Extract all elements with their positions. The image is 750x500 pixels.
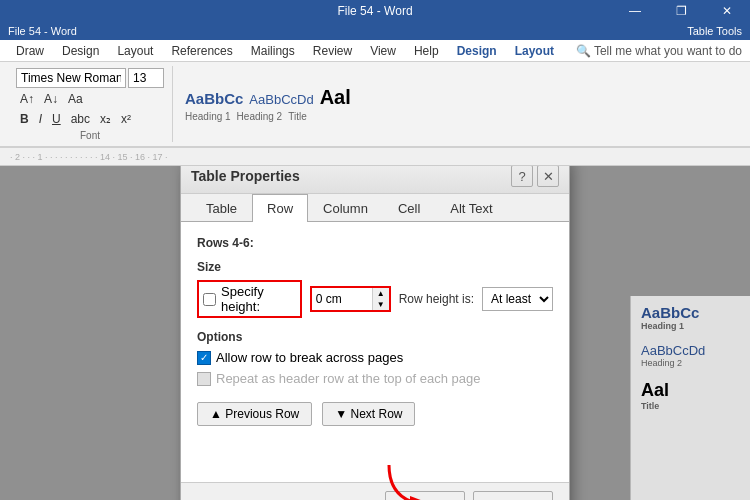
ok-button[interactable]: OK	[385, 491, 465, 500]
title-name: Title	[288, 111, 307, 122]
title-bar-controls: — ❐ ✕	[612, 0, 750, 22]
ribbon-font-section: A↑ A↓ Aa B I U abc x₂ x² Font	[8, 66, 173, 142]
restore-button[interactable]: ❐	[658, 0, 704, 22]
ruler: · 2 · · · 1 · · · · · · · · · · · 14 · 1…	[0, 148, 750, 166]
size-row: Specify height: ▲ ▼ Row height is: At le…	[197, 280, 553, 318]
dialog-titlebar: Table Properties ? ✕	[181, 166, 569, 194]
subscript-btn[interactable]: x₂	[96, 110, 115, 128]
bold-btn[interactable]: B	[16, 110, 33, 128]
dialog-help-button[interactable]: ?	[511, 166, 533, 187]
heading1-preview[interactable]: AaBbCc	[185, 90, 243, 107]
spin-buttons: ▲ ▼	[372, 288, 389, 310]
tab-table[interactable]: Table	[191, 194, 252, 222]
options-label: Options	[197, 330, 553, 344]
at-least-select[interactable]: At least	[482, 287, 553, 311]
menu-design-tools[interactable]: Design	[449, 42, 505, 60]
size-label: Size	[197, 260, 553, 274]
superscript-btn[interactable]: x²	[117, 110, 135, 128]
cancel-button[interactable]: Cancel	[473, 491, 553, 500]
table-tools-label: Table Tools	[687, 25, 742, 37]
ribbon: A↑ A↓ Aa B I U abc x₂ x² Font AaBbCc AaB…	[0, 62, 750, 148]
height-input[interactable]	[312, 288, 372, 310]
allow-break-row: ✓ Allow row to break across pages	[197, 350, 553, 365]
tell-me[interactable]: 🔍 Tell me what you want to do	[576, 44, 742, 58]
heading2-preview[interactable]: AaBbCcDd	[249, 92, 313, 107]
menu-help[interactable]: Help	[406, 42, 447, 60]
ruler-marks: · 2 · · · 1 · · · · · · · · · · · 14 · 1…	[10, 152, 168, 162]
tab-alt-text[interactable]: Alt Text	[435, 194, 507, 222]
title-preview[interactable]: Aal	[320, 86, 351, 109]
dialog-content: Rows 4-6: Size Specify height: ▲ ▼	[181, 222, 569, 482]
italic-btn[interactable]: I	[35, 110, 46, 128]
ribbon-styles-section: AaBbCc AaBbCcDd Aal Heading 1 Heading 2 …	[177, 66, 359, 142]
file-label: File 54 - Word	[8, 25, 77, 37]
font-size-input[interactable]	[128, 68, 164, 88]
menu-references[interactable]: References	[163, 42, 240, 60]
menu-draw[interactable]: Draw	[8, 42, 52, 60]
minimize-button[interactable]: —	[612, 0, 658, 22]
menu-view[interactable]: View	[362, 42, 404, 60]
font-size-controls: A↑ A↓ Aa	[16, 90, 87, 108]
specify-height-highlight: Specify height:	[197, 280, 302, 318]
menu-layout[interactable]: Layout	[109, 42, 161, 60]
dialog-tabs: Table Row Column Cell Alt Text	[181, 194, 569, 222]
menu-mailings[interactable]: Mailings	[243, 42, 303, 60]
title-bar: File 54 - Word — ❐ ✕	[0, 0, 750, 22]
specify-height-checkbox[interactable]	[203, 293, 216, 306]
modal-overlay: Table Properties ? ✕ Table Row Column Ce…	[0, 166, 750, 500]
strikethrough-btn[interactable]: abc	[67, 110, 94, 128]
menu-bar: Draw Design Layout References Mailings R…	[0, 40, 750, 62]
previous-row-button[interactable]: ▲ Previous Row	[197, 402, 312, 426]
next-row-button[interactable]: ▼ Next Row	[322, 402, 415, 426]
title-bar-text: File 54 - Word	[337, 4, 412, 18]
menu-design[interactable]: Design	[54, 42, 107, 60]
decrease-font-btn[interactable]: A↓	[40, 90, 62, 108]
dialog-footer: OK Cancel	[181, 482, 569, 500]
heading2-name: Heading 2	[237, 111, 283, 122]
table-tools-bar: File 54 - Word Table Tools	[0, 22, 750, 40]
tab-row[interactable]: Row	[252, 194, 308, 222]
menu-layout-tools[interactable]: Layout	[507, 42, 562, 60]
dialog-title: Table Properties	[191, 168, 300, 184]
repeat-header-label: Repeat as header row at the top of each …	[216, 371, 481, 386]
doc-area: Chỉ tiêu 2020 Tuyệt đối Doanh thu Chi ph…	[0, 166, 750, 500]
font-section-label: Font	[16, 130, 164, 141]
tab-column[interactable]: Column	[308, 194, 383, 222]
spin-down-button[interactable]: ▼	[373, 299, 389, 310]
menu-review[interactable]: Review	[305, 42, 360, 60]
height-input-wrap: ▲ ▼	[310, 286, 391, 312]
close-button[interactable]: ✕	[704, 0, 750, 22]
clear-format-btn[interactable]: Aa	[64, 90, 87, 108]
nav-row: ▲ Previous Row ▼ Next Row	[197, 402, 553, 426]
heading1-name: Heading 1	[185, 111, 231, 122]
underline-btn[interactable]: U	[48, 110, 65, 128]
dialog: Table Properties ? ✕ Table Row Column Ce…	[180, 166, 570, 500]
dialog-close-button[interactable]: ✕	[537, 166, 559, 187]
dialog-controls: ? ✕	[511, 166, 559, 187]
font-row	[16, 68, 164, 88]
font-name-input[interactable]	[16, 68, 126, 88]
repeat-header-row: Repeat as header row at the top of each …	[197, 371, 553, 386]
allow-break-checkbox[interactable]: ✓	[197, 351, 211, 365]
spin-up-button[interactable]: ▲	[373, 288, 389, 299]
allow-break-label: Allow row to break across pages	[216, 350, 403, 365]
format-row: B I U abc x₂ x²	[16, 110, 135, 128]
tab-cell[interactable]: Cell	[383, 194, 435, 222]
increase-font-btn[interactable]: A↑	[16, 90, 38, 108]
specify-height-label[interactable]: Specify height:	[221, 284, 296, 314]
row-height-is-label: Row height is:	[399, 292, 474, 306]
repeat-header-checkbox[interactable]	[197, 372, 211, 386]
rows-label: Rows 4-6:	[197, 236, 553, 250]
